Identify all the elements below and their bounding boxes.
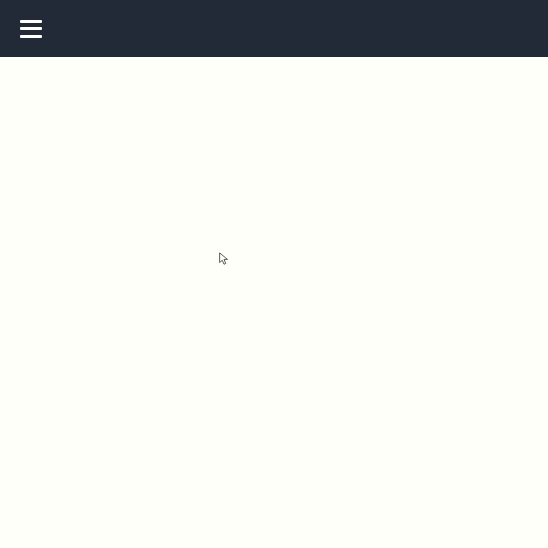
- hamburger-icon[interactable]: [20, 20, 42, 38]
- hamburger-line: [20, 20, 42, 23]
- cursor-icon: [218, 252, 230, 270]
- header-bar: [0, 0, 548, 57]
- hamburger-line: [20, 35, 42, 38]
- hamburger-line: [20, 27, 42, 30]
- main-content: [0, 57, 548, 548]
